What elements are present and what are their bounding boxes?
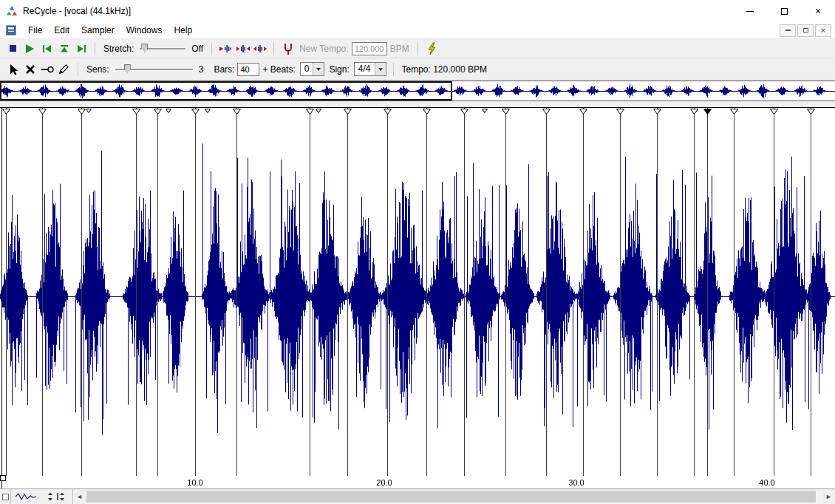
minimize-icon <box>746 11 754 12</box>
beats-label: + Beats: <box>262 64 295 75</box>
tuning-fork-button[interactable] <box>279 41 296 57</box>
magnifier-icon <box>41 64 54 75</box>
loop-button[interactable] <box>55 41 72 57</box>
arrow-tool-button[interactable] <box>4 61 21 78</box>
stop-icon <box>10 45 16 52</box>
stop-button[interactable] <box>4 41 21 57</box>
corner-square-icon <box>2 494 9 500</box>
scroll-right-button[interactable]: ► <box>822 489 835 504</box>
close-button[interactable]: × <box>801 0 835 22</box>
pencil-tool-button[interactable] <box>55 61 72 78</box>
scrollbar-thumb[interactable] <box>86 491 816 503</box>
mdi-minimize-icon <box>785 30 791 31</box>
mdi-close-button[interactable]: × <box>815 24 831 37</box>
menu-bar-items: FileEditSamplerWindowsHelp <box>22 23 198 38</box>
ruler-label: 30.0 <box>568 478 584 487</box>
menu-help[interactable]: Help <box>168 23 198 38</box>
new-tempo-input[interactable] <box>352 42 387 55</box>
stretch-slider[interactable] <box>140 44 185 54</box>
preview-tempo-button[interactable] <box>423 41 440 57</box>
mdi-restore-icon <box>803 28 808 33</box>
beats-value: 0 <box>301 63 313 75</box>
up-arrow-to-bar-icon <box>59 44 69 53</box>
wave-arrow-right-button[interactable] <box>217 41 234 57</box>
ruler-label: 40.0 <box>759 478 774 487</box>
wave-arrows-out-icon <box>253 43 267 55</box>
left-boundary-handle[interactable] <box>0 475 6 481</box>
bars-input[interactable] <box>237 63 259 76</box>
sens-slider-thumb[interactable] <box>124 64 131 74</box>
sign-label: Sign: <box>329 64 349 75</box>
title-bar: ReCycle - [vocal (44.1kHz)] × <box>0 0 835 22</box>
delete-marker-tool-button[interactable] <box>21 61 38 78</box>
pencil-icon <box>58 63 70 75</box>
mdi-window-controls: × <box>778 24 831 37</box>
scrollbar-track[interactable] <box>86 489 822 504</box>
wave-arrow-right-icon <box>219 43 234 55</box>
window-title: ReCycle - [vocal (44.1kHz)] <box>23 6 131 16</box>
menu-windows[interactable]: Windows <box>120 23 168 38</box>
left-boundary-line <box>1 108 2 488</box>
waveform-area[interactable]: 10.020.030.040.0 <box>0 107 835 488</box>
bpm-label: BPM <box>390 44 409 54</box>
separator <box>273 42 274 55</box>
go-to-start-button[interactable] <box>38 41 55 57</box>
separator <box>95 42 95 55</box>
chevron-down-icon[interactable] <box>375 63 386 75</box>
arrow-cursor-icon <box>7 64 19 75</box>
menu-bar: FileEditSamplerWindowsHelp × <box>0 22 835 39</box>
window-controls: × <box>733 0 835 22</box>
sens-value: 3 <box>199 64 204 75</box>
document-icon[interactable] <box>6 25 16 35</box>
stretch-label: Stretch: <box>103 44 134 54</box>
x-icon <box>24 64 36 75</box>
tempo-readout: Tempo: 120.000 BPM <box>402 64 487 75</box>
sens-slider[interactable] <box>115 64 193 75</box>
recycle-window: ReCycle - [vocal (44.1kHz)] × FileEditSa… <box>0 0 835 504</box>
menu-edit[interactable]: Edit <box>48 23 75 38</box>
go-to-end-button[interactable] <box>72 41 89 57</box>
maximize-button[interactable] <box>767 0 801 22</box>
horizontal-scrollbar: ◄ ► <box>0 488 835 504</box>
separator <box>78 63 78 76</box>
zoom-wave-icon <box>14 491 67 502</box>
overview-selection[interactable] <box>0 81 452 101</box>
sign-select[interactable]: 4/4 <box>354 62 386 76</box>
edit-toolbar: Sens: 3 Bars: + Beats: 0 Sign: 4/4 Tempo… <box>0 58 835 81</box>
overview-strip[interactable] <box>0 81 835 101</box>
play-button[interactable] <box>21 41 38 57</box>
play-icon <box>26 44 34 53</box>
corner-box <box>0 489 11 504</box>
sign-value: 4/4 <box>355 63 375 75</box>
chevron-down-icon[interactable] <box>313 63 324 75</box>
menu-file[interactable]: File <box>22 23 48 38</box>
go-to-start-icon <box>41 44 53 53</box>
menu-sampler[interactable]: Sampler <box>75 23 120 38</box>
ruler-label: 10.0 <box>187 478 202 487</box>
zoom-tool-button[interactable] <box>38 61 55 78</box>
bars-label: Bars: <box>214 64 234 75</box>
transport-toolbar: Stretch: Off New Tempo: BPM <box>0 39 835 58</box>
wave-arrows-out-button[interactable] <box>251 41 268 57</box>
sens-label: Sens: <box>86 64 109 75</box>
minimize-button[interactable] <box>733 0 767 22</box>
separator <box>211 42 212 55</box>
wave-arrows-in-button[interactable] <box>234 41 251 57</box>
spacer <box>0 101 835 107</box>
zoom-widget[interactable] <box>11 489 73 504</box>
beats-select[interactable]: 0 <box>300 62 325 76</box>
scroll-left-button[interactable]: ◄ <box>73 489 86 504</box>
new-tempo-label: New Tempo: <box>299 44 348 54</box>
stretch-value: Off <box>191 44 203 54</box>
separator <box>393 63 394 76</box>
ruler-label: 20.0 <box>376 478 392 487</box>
stretch-slider-thumb[interactable] <box>141 44 148 53</box>
maximize-icon <box>781 8 788 15</box>
separator <box>418 42 418 55</box>
recycle-app-icon <box>6 5 18 17</box>
mdi-restore-button[interactable] <box>797 24 814 37</box>
ruler-label-layer: 10.020.030.040.0 <box>0 108 835 488</box>
mdi-minimize-button[interactable] <box>780 24 796 37</box>
tuning-fork-icon <box>282 42 295 55</box>
lightning-icon <box>426 42 437 55</box>
